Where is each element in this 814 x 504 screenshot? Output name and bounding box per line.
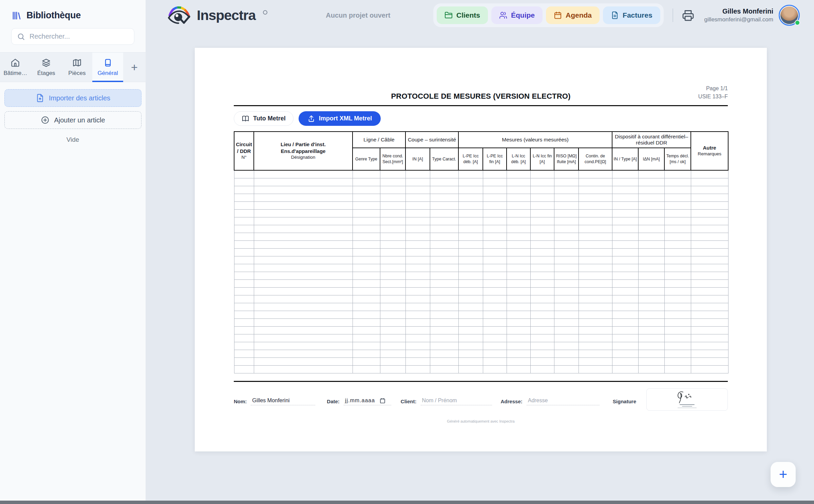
nav-factures-button[interactable]: Factures bbox=[603, 6, 660, 24]
online-status-dot bbox=[795, 20, 800, 25]
tab-general[interactable]: Général bbox=[92, 53, 123, 82]
printer-icon bbox=[682, 9, 694, 21]
tab-pieces[interactable]: Pièces bbox=[62, 53, 93, 82]
measure-table: Circuit / DDR N° Lieu / Partie d'inst. E… bbox=[234, 131, 728, 373]
print-button[interactable] bbox=[682, 9, 694, 21]
table-row bbox=[234, 365, 728, 373]
col-genre-type: Genre Type bbox=[353, 148, 380, 170]
table-row bbox=[234, 186, 728, 194]
add-tab-button[interactable]: + bbox=[123, 53, 146, 82]
add-article-label: Ajouter un article bbox=[54, 116, 105, 124]
col-temps-decl: Temps décl. [ms / ok] bbox=[664, 148, 691, 170]
form-reference: USIE 133–F bbox=[698, 93, 728, 101]
tab-etages[interactable]: Étages bbox=[31, 53, 62, 82]
horizontal-scrollbar[interactable] bbox=[0, 501, 814, 504]
search-box[interactable] bbox=[11, 28, 134, 45]
table-row bbox=[234, 357, 728, 365]
document-title: PROTOCOLE DE MESURES (VERSION ELECTRO) bbox=[234, 87, 728, 101]
col-type-caract: Type Caract. bbox=[430, 148, 458, 170]
map-icon bbox=[72, 58, 82, 67]
signature-group: Signature bbox=[613, 390, 728, 413]
table-row bbox=[234, 272, 728, 279]
table-row bbox=[234, 318, 728, 326]
group-mesures: Mesures (valeurs mesurées) bbox=[458, 132, 612, 148]
sidebar-header: Bibliothèque bbox=[0, 0, 146, 21]
col-ln-icc-deb: L-N Icc déb. [A] bbox=[507, 148, 530, 170]
fab-add-button[interactable]: + bbox=[771, 462, 796, 487]
table-row bbox=[234, 334, 728, 342]
table-row bbox=[234, 209, 728, 217]
import-xml-metrel-label: Import XML Metrel bbox=[319, 115, 372, 122]
table-row bbox=[234, 217, 728, 225]
nav-agenda-button[interactable]: Agenda bbox=[546, 6, 600, 24]
group-ddr: Dispositif à courant différentiel– résid… bbox=[612, 132, 691, 148]
tab-label: Général bbox=[97, 70, 118, 77]
table-row bbox=[234, 287, 728, 295]
col-ln-icc-fin: L-N Icc fin [A] bbox=[530, 148, 554, 170]
sidebar-tab-bar: Bâtime… Étages Pièces bbox=[0, 52, 146, 82]
col-idn: IΔN [mA] bbox=[638, 148, 664, 170]
table-row bbox=[234, 256, 728, 264]
user-block: Gilles Monferini gillesmonferini@gmail.c… bbox=[704, 7, 773, 23]
nav-label: Équipe bbox=[511, 11, 535, 19]
page-reference: Page 1/1 USIE 133–F bbox=[698, 84, 728, 101]
import-articles-button[interactable]: Importer des articles bbox=[4, 89, 141, 107]
user-email: gillesmonferini@gmail.com bbox=[704, 16, 773, 23]
add-article-button[interactable]: Ajouter un article bbox=[4, 111, 141, 129]
table-row bbox=[234, 279, 728, 287]
header-divider bbox=[673, 8, 673, 22]
document-header: PROTOCOLE DE MESURES (VERSION ELECTRO) P… bbox=[234, 87, 728, 104]
library-icon bbox=[12, 11, 22, 21]
table-row bbox=[234, 295, 728, 303]
document-preview: PROTOCOLE DE MESURES (VERSION ELECTRO) P… bbox=[195, 48, 767, 451]
book-icon bbox=[103, 58, 113, 67]
nav-clients-button[interactable]: Clients bbox=[437, 6, 488, 24]
empty-state-label: Vide bbox=[0, 136, 146, 143]
page-number: Page 1/1 bbox=[698, 84, 728, 93]
table-row bbox=[234, 264, 728, 272]
signature-image bbox=[671, 391, 703, 404]
app-root: Bibliothèque Bâtime… bbox=[0, 0, 814, 504]
import-xml-metrel-button[interactable]: Import XML Metrel bbox=[299, 111, 381, 126]
calendar-icon bbox=[554, 11, 562, 19]
tab-batiments[interactable]: Bâtime… bbox=[0, 53, 31, 82]
file-up-icon bbox=[36, 94, 44, 102]
table-row bbox=[234, 326, 728, 334]
col-ddr-in-type: IN / Type [A] bbox=[612, 148, 638, 170]
sidebar-title: Bibliothèque bbox=[26, 10, 81, 21]
nav-label: Factures bbox=[623, 11, 652, 19]
adresse-field[interactable]: Adresse bbox=[527, 398, 600, 405]
user-name: Gilles Monferini bbox=[704, 7, 773, 15]
upload-icon bbox=[307, 115, 315, 122]
nav-label: Clients bbox=[456, 11, 480, 19]
nom-label: Nom: bbox=[234, 399, 247, 404]
tab-label: Étages bbox=[37, 70, 55, 77]
title-rule bbox=[234, 105, 728, 106]
tab-label: Pièces bbox=[68, 70, 86, 77]
col-nbre-cond: Nbre cond. Sect.[mm²] bbox=[380, 148, 405, 170]
table-row bbox=[234, 350, 728, 357]
nom-field[interactable]: Gilles Monferini bbox=[251, 398, 315, 405]
table-row bbox=[234, 233, 728, 240]
client-field[interactable]: Nom / Prénom bbox=[421, 398, 492, 405]
measure-table-head: Circuit / DDR N° Lieu / Partie d'inst. E… bbox=[234, 132, 728, 170]
date-field[interactable]: jj.mm.aaaa bbox=[344, 398, 391, 405]
group-ligne-cable: Ligne / Câble bbox=[353, 132, 405, 148]
col-autre-remarques: Autre Remarques bbox=[691, 132, 728, 170]
search-input[interactable] bbox=[30, 33, 129, 40]
nav-equipe-button[interactable]: Équipe bbox=[491, 6, 543, 24]
col-circuit-ddr: Circuit / DDR N° bbox=[234, 132, 254, 170]
table-row bbox=[234, 248, 728, 256]
scrollbar-thumb[interactable] bbox=[0, 501, 814, 504]
table-row bbox=[234, 240, 728, 248]
main-nav: Clients Équipe Agenda bbox=[433, 3, 664, 27]
date-label: Date: bbox=[327, 399, 340, 404]
project-status: Aucun projet ouvert bbox=[326, 12, 390, 19]
app-name: Inspectra bbox=[197, 7, 255, 23]
col-in-a: IN [A] bbox=[405, 148, 430, 170]
footer-rule bbox=[234, 381, 728, 382]
tuto-metrel-button[interactable]: Tuto Metrel bbox=[234, 111, 294, 126]
signature-box[interactable] bbox=[646, 388, 728, 411]
tab-label: Bâtime… bbox=[3, 70, 27, 77]
signature-caption-lines bbox=[678, 404, 697, 408]
